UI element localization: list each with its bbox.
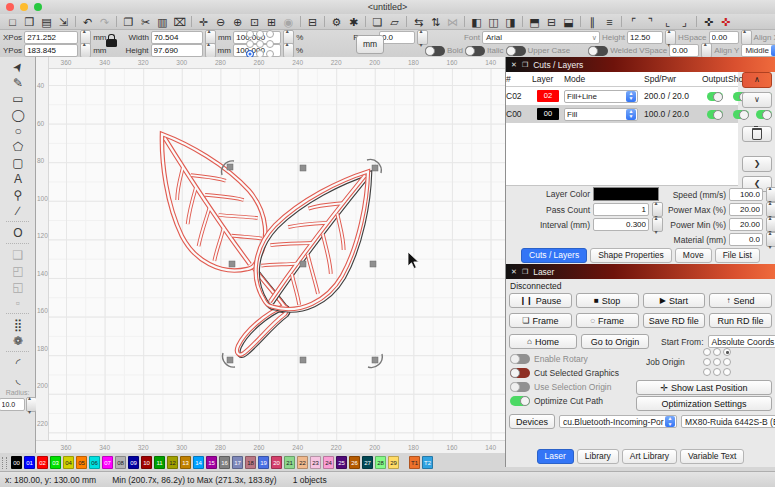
palette-swatch-17[interactable]: 17	[232, 456, 243, 469]
zoom-out-icon[interactable]: ⊖	[212, 15, 229, 29]
settings-icon[interactable]: ✱	[345, 15, 362, 29]
palette-swatch-21[interactable]: 21	[284, 456, 295, 469]
device-combo[interactable]: MX80-Ruida 6442S-B (EC)	[681, 415, 775, 428]
units-button[interactable]: mm	[356, 35, 384, 54]
align-center-v-icon[interactable]: ⊟	[543, 15, 560, 29]
job-origin-dot-2[interactable]	[723, 348, 731, 356]
select-tool-icon[interactable]: ➤	[0, 59, 36, 75]
palette-swatch-T1[interactable]: T1	[409, 456, 420, 469]
move-to-corner-tl-icon[interactable]: ⌜	[625, 15, 642, 29]
leaf-drawing[interactable]	[36, 57, 505, 453]
palette-drag-handle[interactable]	[2, 457, 7, 469]
palette-swatch-19[interactable]: 19	[258, 456, 269, 469]
new-file-icon[interactable]: □	[4, 15, 21, 29]
align-center-h-icon[interactable]: ◫	[485, 15, 502, 29]
polygon-tool-icon[interactable]: ⬠	[0, 139, 36, 155]
italic-toggle[interactable]	[465, 46, 485, 56]
move-laser-to-selection-icon[interactable]: ✜	[700, 15, 717, 29]
selection-handle[interactable]	[300, 261, 306, 267]
text-height-input[interactable]	[627, 31, 663, 44]
float-panel-icon[interactable]: ❐	[522, 61, 528, 69]
height-stepper[interactable]	[205, 43, 216, 58]
job-origin-dot-4[interactable]	[713, 358, 721, 366]
palette-swatch-25[interactable]: 25	[336, 456, 347, 469]
grid-array-tool-icon[interactable]: ⣿	[0, 317, 36, 333]
palette-swatch-08[interactable]: 08	[115, 456, 126, 469]
selection-handle[interactable]	[300, 357, 306, 363]
palette-swatch-26[interactable]: 26	[349, 456, 360, 469]
port-combo[interactable]: cu.Bluetooth-Incoming-Por	[559, 415, 677, 428]
selection-handle[interactable]	[372, 165, 378, 171]
interval-input[interactable]	[593, 218, 649, 231]
home-button[interactable]: ⌂Home	[509, 334, 577, 349]
selection-handle[interactable]	[229, 261, 235, 267]
hspace-stepper[interactable]	[741, 30, 752, 45]
tab-shape-properties[interactable]: Shape Properties	[590, 248, 672, 263]
cut-icon[interactable]: ✂	[137, 15, 154, 29]
upper-case-toggle[interactable]	[506, 46, 526, 56]
text-tool-icon[interactable]: A	[0, 171, 36, 187]
boolean-difference-tool-icon[interactable]: ▫	[0, 295, 36, 311]
palette-swatch-22[interactable]: 22	[297, 456, 308, 469]
distribute-h-icon[interactable]: ∥	[584, 15, 601, 29]
output-toggle[interactable]	[707, 92, 723, 101]
ellipse-tool-icon[interactable]: ◯	[0, 107, 36, 123]
corner-radius-tool-2-icon[interactable]: ◟	[0, 371, 36, 387]
undo-icon[interactable]: ↶	[79, 15, 96, 29]
layer-row[interactable]: C0202Fill+Line200.0 / 20.0	[506, 87, 738, 105]
start-from-combo[interactable]: Absolute Coords	[708, 335, 775, 348]
use-selection-origin-toggle[interactable]	[510, 382, 530, 392]
close-icon[interactable]: ✕	[511, 268, 517, 276]
ypos-input[interactable]	[24, 44, 78, 57]
tab-art-library[interactable]: Art Library	[622, 449, 677, 464]
goto-origin-button[interactable]: Go to Origin	[581, 334, 649, 349]
anchor-dot-3[interactable]	[246, 40, 254, 48]
palette-swatch-01[interactable]: 01	[24, 456, 35, 469]
anchor-dot-4[interactable]	[256, 40, 264, 48]
xpos-input[interactable]	[24, 31, 78, 44]
device-settings-icon[interactable]: ⚙	[328, 15, 345, 29]
palette-swatch-02[interactable]: 02	[37, 456, 48, 469]
flip-vertical-icon[interactable]: ⇅	[427, 15, 444, 29]
palette-swatch-16[interactable]: 16	[219, 456, 230, 469]
layer-mode-combo[interactable]: Fill+Line	[564, 90, 638, 103]
move-to-corner-br-icon[interactable]: ⌟	[676, 15, 693, 29]
pause-button[interactable]: ❙❙Pause	[509, 293, 572, 308]
aligny-combo[interactable]: Middle	[741, 44, 775, 57]
oval-tool-icon[interactable]: ○	[0, 123, 36, 139]
devices-button[interactable]: Devices	[509, 414, 555, 429]
rotate-input[interactable]	[379, 31, 415, 44]
selection-handle[interactable]	[227, 357, 233, 363]
palette-swatch-12[interactable]: 12	[167, 456, 178, 469]
measure-tool-icon[interactable]: ∕	[0, 203, 36, 219]
frame-rubber-band-button[interactable]: ◌Frame	[576, 313, 639, 328]
optimize-cut-path-toggle[interactable]	[510, 396, 530, 406]
run-rd-file-button[interactable]: Run RD file	[709, 313, 772, 328]
palette-swatch-11[interactable]: 11	[154, 456, 165, 469]
layer-move-up-button[interactable]: ∧	[742, 72, 772, 88]
import-file-icon[interactable]: ⇲	[55, 15, 72, 29]
palette-swatch-24[interactable]: 24	[323, 456, 334, 469]
palette-swatch-10[interactable]: 10	[141, 456, 152, 469]
palette-swatch-00[interactable]: 00	[11, 456, 22, 469]
frame-selection-icon[interactable]: ⊞	[263, 15, 280, 29]
vspace-stepper[interactable]	[701, 43, 712, 58]
circular-array-tool-icon[interactable]: ❁	[0, 333, 36, 349]
tab-file-list[interactable]: File List	[715, 248, 760, 263]
selection-handle[interactable]	[300, 165, 306, 171]
tab-move[interactable]: Move	[675, 248, 712, 263]
material-stepper[interactable]	[766, 232, 775, 247]
redo-icon[interactable]: ↷	[96, 15, 113, 29]
anchor-dot-5[interactable]	[266, 40, 274, 48]
move-to-corner-tr-icon[interactable]: ⌝	[642, 15, 659, 29]
align-top-icon[interactable]: ⬒	[526, 15, 543, 29]
power-min-input[interactable]	[729, 218, 763, 231]
corner-radius-tool-icon[interactable]: ◜	[0, 355, 36, 371]
job-origin-grid[interactable]	[703, 348, 732, 377]
optimization-settings-button[interactable]: Optimization Settings	[636, 396, 772, 411]
palette-swatch-14[interactable]: 14	[193, 456, 204, 469]
boolean-intersect-tool-icon[interactable]: ◱	[0, 279, 36, 295]
aspect-lock-icon[interactable]	[106, 39, 117, 47]
palette-swatch-20[interactable]: 20	[271, 456, 282, 469]
open-file-icon[interactable]: ❒	[21, 15, 38, 29]
